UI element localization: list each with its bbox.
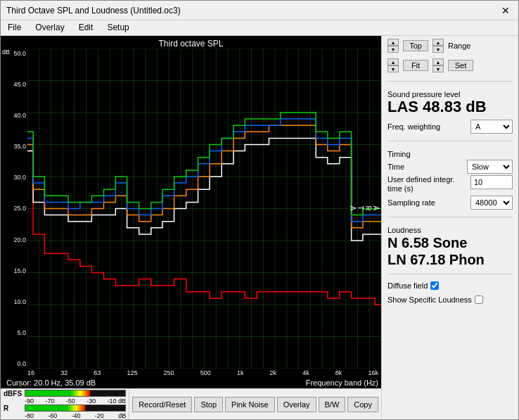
loudness-n: N 6.58 Sone [387, 234, 513, 251]
y-label-0: 0.0 [17, 360, 26, 367]
dbfs-top-fill [25, 390, 90, 396]
y-label-10: 10.0 [13, 298, 26, 305]
dbfs-bottom-scale: -80 -60 -40 -20 dB [4, 412, 126, 419]
show-specific-label: Show Specific Loudness [387, 295, 472, 304]
set-down-btn[interactable]: ▼ [432, 65, 444, 72]
range-down-btn[interactable]: ▼ [432, 46, 444, 53]
freq-weighting-row: Freq. weighting A B C Z [387, 120, 513, 134]
user-defined-label: User defined integr. time (s) [387, 175, 465, 193]
window-title: Third Octave SPL and Loudness (Untitled.… [6, 6, 181, 15]
y-label-45: 45.0 [13, 81, 26, 88]
dbfs-tick-10: -10 dB [108, 397, 127, 405]
db-label: dB [2, 49, 10, 56]
x-label-32: 32 [60, 369, 68, 376]
timing-section: Timing Time Fast Slow Impulse Peak User … [387, 147, 513, 210]
copy-button[interactable]: Copy [347, 397, 378, 412]
freq-band-label: Frequency band (Hz) [306, 378, 378, 387]
y-label-15: 15.0 [13, 267, 26, 274]
user-defined-row: User defined integr. time (s) [387, 175, 513, 193]
x-label-2k: 2k [270, 369, 277, 376]
dbfs-label: dBFS [4, 390, 23, 397]
x-label-63: 63 [94, 369, 101, 376]
pink-noise-button[interactable]: Pink Noise [225, 397, 275, 412]
dbfs-tick-30: -30 [86, 397, 96, 405]
right-panel: ▲ ▼ Top ▲ ▼ Range ▲ ▼ Fit ▲ ▼ [381, 36, 518, 419]
x-label-125: 125 [127, 369, 137, 376]
r-label: R [4, 405, 23, 412]
loudness-label: Loudness [387, 226, 513, 234]
sampling-rate-select[interactable]: 44100 48000 96000 [470, 196, 513, 210]
y-axis: 50.0 45.0 40.0 35.0 30.0 25.0 20.0 15.0 … [1, 49, 27, 369]
freq-weighting-label: Freq. weighting [387, 122, 440, 131]
menu-overlay[interactable]: Overlay [32, 22, 67, 34]
spl-section: Sound pressure level LAS 48.83 dB [387, 87, 513, 115]
range-spin-group: ▲ ▼ [432, 39, 444, 53]
menu-bar: File Overlay Edit Setup [1, 20, 518, 36]
sampling-rate-label: Sampling rate [387, 198, 435, 207]
divider-4 [387, 274, 513, 274]
divider-2 [387, 141, 513, 141]
x-label-16: 16 [27, 369, 34, 376]
title-bar: Third Octave SPL and Loudness (Untitled.… [1, 1, 518, 20]
top-down-btn[interactable]: ▼ [387, 46, 399, 53]
x-label-16k: 16k [368, 369, 378, 376]
stop-button[interactable]: Stop [194, 397, 223, 412]
chart-plot: ARTA [27, 49, 381, 369]
show-specific-checkbox[interactable] [475, 295, 483, 304]
top-controls: ▲ ▼ Top ▲ ▼ Range [387, 39, 513, 53]
y-label-40: 40.0 [13, 112, 26, 119]
set-button[interactable]: Set [448, 60, 473, 71]
time-row: Time Fast Slow Impulse Peak [387, 160, 513, 174]
chart-area: Third octave SPL 50.0 45.0 40.0 35.0 30.… [1, 36, 381, 388]
set-up-btn[interactable]: ▲ [432, 58, 444, 65]
dbfs-section: dBFS -90 -70 -50 -30 -10 dB [1, 389, 129, 419]
diffuse-field-row: Diffuse field [387, 281, 513, 290]
fit-spin-group: ▲ ▼ [387, 58, 399, 72]
bottom-buttons-section: Record/Reset Stop Pink Noise Overlay B/W… [129, 389, 381, 419]
dbfs-tick-90: -90 [25, 397, 34, 405]
dbfs-tick-80: -80 [25, 412, 34, 419]
x-label-4k: 4k [302, 369, 309, 376]
freq-weighting-select[interactable]: A B C Z [470, 120, 513, 134]
main-window: Third Octave SPL and Loudness (Untitled.… [0, 0, 519, 420]
bottom-bar: dBFS -90 -70 -50 -30 -10 dB [1, 388, 381, 419]
menu-edit[interactable]: Edit [76, 22, 96, 34]
dbfs-top-meter [25, 390, 126, 397]
y-label-50: 50.0 [13, 50, 26, 57]
fit-up-btn[interactable]: ▲ [387, 58, 399, 65]
cursor-info: Cursor: 20.0 Hz, 35.09 dB [6, 378, 96, 387]
bw-button[interactable]: B/W [319, 397, 346, 412]
user-defined-input[interactable] [470, 175, 513, 189]
diffuse-field-label: Diffuse field [387, 281, 428, 290]
fit-down-btn[interactable]: ▼ [387, 65, 399, 72]
x-label-500: 500 [200, 369, 211, 376]
y-label-30: 30.0 [13, 174, 26, 181]
range-label: Range [448, 42, 470, 50]
overlay-button[interactable]: Overlay [277, 397, 316, 412]
diffuse-field-checkbox[interactable] [430, 281, 439, 290]
spl-value: LAS 48.83 dB [387, 98, 513, 115]
y-label-5: 5.0 [17, 329, 26, 336]
dbfs-tick-70: -70 [45, 397, 54, 405]
fit-button[interactable]: Fit [403, 60, 428, 71]
top-button[interactable]: Top [403, 40, 428, 51]
show-specific-row: Show Specific Loudness [387, 295, 513, 304]
chart-canvas [27, 49, 381, 369]
menu-setup[interactable]: Setup [104, 22, 132, 34]
dbfs-tick-40: -40 [72, 412, 81, 419]
range-up-btn[interactable]: ▲ [432, 39, 444, 46]
dbfs-bottom-fill [25, 405, 85, 411]
divider-1 [387, 81, 513, 82]
top-up-btn[interactable]: ▲ [387, 39, 399, 46]
record-reset-button[interactable]: Record/Reset [132, 397, 192, 412]
x-label-250: 250 [164, 369, 174, 376]
time-select[interactable]: Fast Slow Impulse Peak [467, 160, 513, 174]
main-content: Third octave SPL 50.0 45.0 40.0 35.0 30.… [1, 36, 518, 419]
time-label: Time [387, 163, 404, 171]
menu-file[interactable]: File [5, 22, 24, 34]
cursor-info-bar: Cursor: 20.0 Hz, 35.09 dB Frequency band… [1, 377, 381, 388]
loudness-ln: LN 67.18 Phon [387, 251, 513, 268]
dbfs-tick-20: -20 [95, 412, 104, 419]
close-button[interactable]: ✕ [499, 5, 513, 16]
y-label-35: 35.0 [13, 143, 26, 150]
